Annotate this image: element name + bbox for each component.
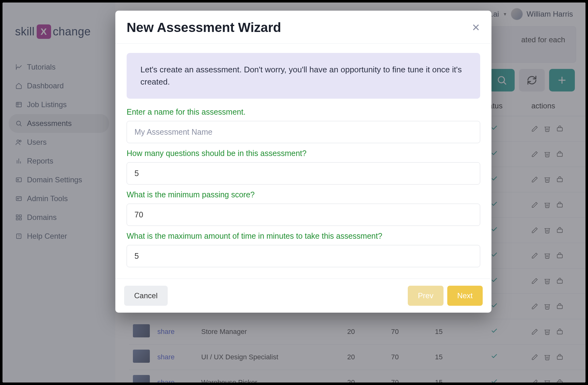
close-icon[interactable]: ✕ [472,23,480,33]
name-label: Enter a name for this assessment. [127,107,480,117]
time-limit-input[interactable] [127,245,480,267]
passing-score-input[interactable] [127,204,480,226]
prev-button[interactable]: Prev [408,286,443,306]
new-assessment-wizard-modal: New Assessment Wizard ✕ Let's create an … [115,11,491,313]
assessment-name-input[interactable] [127,121,480,143]
modal-intro: Let's create an assessment. Don't worry,… [127,53,480,99]
next-button[interactable]: Next [447,286,483,306]
modal-title: New Assessment Wizard [127,20,281,35]
count-label: How many questions should be in this ass… [127,149,480,158]
question-count-input[interactable] [127,162,480,185]
time-label: What is the maximum amount of time in mi… [127,232,480,241]
cancel-button[interactable]: Cancel [124,286,168,306]
score-label: What is the minimum passing score? [127,190,480,199]
